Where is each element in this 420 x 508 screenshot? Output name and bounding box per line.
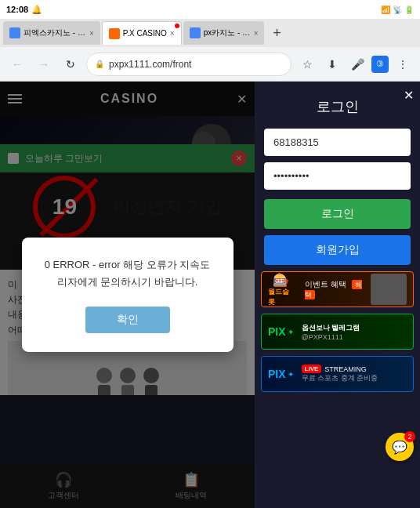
live-subtext: 무료 스포츠 중계 준비중 [302,373,378,383]
tab-bar: 피엑스카지노 - Google 검 × P.X CASINO × px카지노 -… [0,19,420,47]
alarm-icon: 🔔 [31,5,42,15]
options-banner: PIX ✦ 옵션보나 텔레그램 @PXPX1111 [261,314,414,350]
error-dialog-text: 0 ERROR - error 해당 오류가 지속도리자에게 문의하시기 바랍니… [38,256,218,291]
slots-logo-text: 월드슬롯 [268,287,294,307]
signal-icon: 📡 [393,5,402,14]
live-label-row: LIVE STREAMING [302,365,378,373]
chat-icon: 💬 [392,440,407,455]
url-text: pxpx1111.com/front [109,59,191,70]
wifi-icon: 📶 [381,5,390,14]
password-field[interactable]: •••••••••• [264,162,411,190]
status-bar: 12:08 🔔 📶 📡 🔋 [0,0,420,19]
chat-bubble[interactable]: 💬 2 [386,433,414,461]
confirm-button[interactable]: 확인 [85,307,170,333]
options-line2: @PXPX1111 [302,333,360,341]
live-bullet: ✦ [288,370,294,379]
tab-notification-dot [175,24,179,28]
time: 12:08 [6,5,28,14]
lock-icon: 🔒 [95,60,104,68]
username-field[interactable]: 68188315 [264,129,411,156]
error-dialog: 0 ERROR - error 해당 오류가 지속도리자에게 문의하시기 바랍니… [22,238,234,352]
streaming-label: STREAMING [324,365,367,373]
event-banner: 🎰 월드슬롯 이벤트 혜택 혜택 [261,271,414,307]
tab-close-active[interactable]: × [170,29,175,38]
casino-favicon [109,28,120,39]
tab-google-search[interactable]: px카지노 - Google 검색 × [183,21,265,45]
event-label: 이벤트 혜택 [305,280,346,288]
live-px-logo: PIX [268,368,286,380]
tab-close-btn2[interactable]: × [254,29,259,38]
tab-label: 피엑스카지노 - Google 검 [24,27,86,38]
address-bar: ← → ↻ 🔒 pxpx1111.com/front ☆ ⬇ 🎤 ③ ⋮ [0,47,420,82]
tab-px-casino-google[interactable]: 피엑스카지노 - Google 검 × [3,21,100,45]
live-banner: PIX ✦ LIVE STREAMING 무료 스포츠 중계 준비중 [261,356,414,392]
live-badge: LIVE [302,365,322,373]
back-button[interactable]: ← [6,53,28,75]
google-favicon2 [190,27,201,38]
url-box[interactable]: 🔒 pxpx1111.com/front [86,53,291,76]
status-bar-left: 12:08 🔔 [6,5,42,15]
status-bar-right: 📶 📡 🔋 [381,5,414,14]
login-close-btn[interactable]: ✕ [404,88,414,103]
mic-button[interactable]: 🎤 [346,53,368,75]
slots-logo: 🎰 [273,272,288,287]
options-line1: 옵션보나 텔레그램 [302,323,360,333]
tab-px-casino-active[interactable]: P.X CASINO × [102,21,182,45]
forward-button[interactable]: → [33,53,55,75]
signup-button[interactable]: 회원가입 [264,235,411,265]
address-actions: ☆ ⬇ 🎤 ③ ⋮ [296,53,414,75]
google-favicon [9,27,20,38]
event-subtext: 이벤트 혜택 혜택 [305,279,366,300]
options-px-logo: PIX [268,325,286,338]
chat-badge: 2 [404,431,415,442]
login-button[interactable]: 로그인 [264,199,411,229]
slots-logo-area: 🎰 월드슬롯 [268,272,294,307]
login-panel: ✕ 로그인 68188315 •••••••••• 로그인 회원가입 🎰 월드슬… [255,82,420,508]
login-title: 로그인 [255,82,420,129]
battery-icon: 🔋 [404,5,414,14]
options-bullet: ✦ [288,328,294,336]
tab-label2: px카지노 - Google 검색 [204,27,251,38]
new-tab-button[interactable]: + [266,22,288,44]
tab-close-btn[interactable]: × [89,29,94,38]
tab-count-button[interactable]: ③ [371,56,389,73]
live-logo-area: PIX ✦ [268,368,294,380]
options-text-area: 옵션보나 텔레그램 @PXPX1111 [302,323,360,341]
main-content: CASINO ✕ 오늘하루 그만보기 × 19 [0,82,420,508]
event-image [371,274,407,305]
reload-button[interactable]: ↻ [60,53,81,75]
live-text-area: LIVE STREAMING 무료 스포츠 중계 준비중 [302,365,378,383]
download-button[interactable]: ⬇ [321,53,343,75]
menu-button[interactable]: ⋮ [392,53,414,75]
bookmark-button[interactable]: ☆ [296,53,318,75]
casino-page: CASINO ✕ 오늘하루 그만보기 × 19 [0,82,255,508]
options-logo-area: PIX ✦ [268,325,294,338]
popup-overlay: 0 ERROR - error 해당 오류가 지속도리자에게 문의하시기 바랍니… [0,82,255,508]
tab-label-active: P.X CASINO [123,29,167,38]
